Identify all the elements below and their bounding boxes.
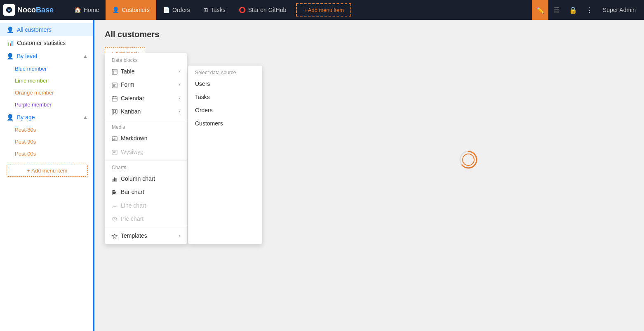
datasource-users[interactable]: Users	[188, 77, 262, 90]
dropdown-item-column-chart[interactable]: Column chart	[105, 172, 187, 185]
lock-icon[interactable]: 🔒	[565, 0, 581, 20]
nav-items: 🏠 Home 👤 Customers 📄 Orders ⊞ Tasks ⭕ St…	[68, 0, 532, 20]
kanban-arrow: ›	[179, 109, 180, 114]
calendar-arrow: ›	[179, 95, 180, 101]
wysiwyg-icon	[112, 148, 118, 155]
lime-member-label: Lime member	[15, 78, 47, 84]
app-logo[interactable]: NocoBase	[3, 4, 61, 16]
svg-line-30	[115, 219, 116, 220]
nav-customers[interactable]: 👤 Customers	[106, 0, 156, 20]
dropdown-item-kanban[interactable]: Kanban ›	[105, 105, 187, 118]
bar-chart-label: Bar chart	[121, 189, 144, 195]
templates-label: Templates	[121, 232, 147, 239]
svg-rect-1	[112, 69, 117, 74]
loading-circle	[458, 149, 479, 170]
sidebar-sub-lime-member[interactable]: Lime member	[0, 75, 94, 87]
logo-text: NocoBase	[17, 6, 54, 14]
nav-orders[interactable]: 📄 Orders	[156, 0, 197, 20]
datasource-users-label: Users	[195, 80, 210, 87]
by-age-left: 👤 By age	[7, 114, 35, 121]
sidebar-sub-orange-member[interactable]: Orange member	[0, 87, 94, 99]
by-age-toggle: ▲	[83, 114, 88, 120]
dropdown-item-markdown[interactable]: M↓ Markdown	[105, 132, 187, 145]
orange-member-label: Orange member	[15, 90, 54, 96]
form-icon	[112, 81, 118, 88]
form-left: Form	[112, 81, 134, 88]
nav-orders-label: Orders	[172, 7, 190, 13]
select-datasource-label: Select data source	[188, 67, 262, 77]
dropdown-container: Data blocks Table ›	[105, 53, 262, 244]
nav-github[interactable]: ⭕ Star on GitHub	[232, 0, 293, 20]
purple-member-label: Purple member	[15, 102, 52, 108]
wysiwyg-left: Wysiwyg	[112, 148, 143, 155]
markdown-icon: M↓	[112, 135, 118, 142]
table-left: Table	[112, 68, 134, 75]
table-label: Table	[121, 68, 134, 75]
sidebar-sub-blue-member[interactable]: Blue member	[0, 63, 94, 75]
templates-left: Templates	[112, 232, 147, 239]
column-chart-icon	[112, 175, 118, 182]
dropdown-item-table[interactable]: Table ›	[105, 65, 187, 78]
sidebar-sub-purple-member[interactable]: Purple member	[0, 99, 94, 111]
divider-3	[105, 227, 187, 227]
by-age-label: By age	[17, 114, 35, 121]
sidebar-sub-post80s[interactable]: Post-80s	[0, 124, 94, 136]
nav-tasks[interactable]: ⊞ Tasks	[197, 0, 232, 20]
home-icon: 🏠	[74, 7, 81, 13]
sidebar-add-btn-label: + Add menu item	[27, 168, 68, 174]
sidebar: 👤 All customers 📊 Customer statistics 👤 …	[0, 20, 95, 331]
by-level-left: 👤 By level	[7, 53, 37, 59]
svg-text:M↓: M↓	[113, 138, 116, 140]
user-label: Super Admin	[598, 7, 641, 13]
nav-add-menu-btn[interactable]: + Add menu item	[296, 3, 351, 17]
dropdown-item-wysiwyg: Wysiwyg	[105, 145, 187, 158]
table-icon	[112, 68, 118, 75]
stats-icon: 📊	[7, 40, 14, 46]
svg-rect-12	[112, 109, 113, 114]
dropdown-item-line-chart: Line chart	[105, 199, 187, 212]
sidebar-add-menu-btn[interactable]: + Add menu item	[7, 165, 88, 177]
datasource-orders[interactable]: Orders	[188, 104, 262, 117]
nav-customers-label: Customers	[122, 7, 150, 13]
svg-point-33	[463, 154, 474, 166]
datasource-tasks[interactable]: Tasks	[188, 90, 262, 104]
post00s-label: Post-00s	[15, 151, 36, 157]
markdown-left: M↓ Markdown	[112, 135, 148, 142]
more-icon[interactable]: ⋮	[581, 0, 598, 20]
calendar-left: Calendar	[112, 95, 144, 102]
bar-chart-left: Bar chart	[112, 189, 144, 195]
sidebar-sub-post90s[interactable]: Post-90s	[0, 136, 94, 148]
nav-home[interactable]: 🏠 Home	[68, 0, 106, 20]
column-chart-label: Column chart	[121, 175, 155, 182]
datasource-tasks-label: Tasks	[195, 94, 210, 100]
sidebar-section-by-level[interactable]: 👤 By level ▲	[0, 50, 94, 63]
markdown-label: Markdown	[121, 135, 148, 142]
nav-home-label: Home	[84, 7, 99, 13]
svg-rect-25	[113, 192, 116, 193]
sidebar-section-by-age[interactable]: 👤 By age ▲	[0, 111, 94, 124]
dropdown-item-templates[interactable]: Templates ›	[105, 229, 187, 242]
by-level-toggle: ▲	[83, 53, 88, 59]
by-level-label: By level	[17, 53, 37, 59]
post90s-label: Post-90s	[15, 139, 36, 145]
pencil-icon[interactable]: ✏️	[532, 0, 548, 20]
datasource-customers-label: Customers	[195, 120, 223, 127]
orders-icon: 📄	[163, 7, 170, 13]
dropdown-item-calendar[interactable]: Calendar ›	[105, 92, 187, 105]
layout: 👤 All customers 📊 Customer statistics 👤 …	[0, 20, 644, 331]
datasource-customers[interactable]: Customers	[188, 117, 262, 130]
svg-rect-14	[116, 109, 117, 113]
sidebar-item-customer-statistics[interactable]: 📊 Customer statistics	[0, 36, 94, 50]
dropdown-item-form[interactable]: Form ›	[105, 78, 187, 91]
calendar-icon	[112, 95, 118, 102]
customers-icon: 👤	[112, 7, 119, 13]
line-chart-icon	[112, 202, 118, 208]
form-arrow: ›	[179, 82, 180, 87]
main-content: All customers + Add block Data blocks	[95, 20, 644, 331]
menu-icon[interactable]: ☰	[548, 0, 565, 20]
dropdown-item-bar-chart[interactable]: Bar chart	[105, 185, 187, 199]
sidebar-item-all-customers[interactable]: 👤 All customers	[0, 23, 94, 36]
dropdown-menu-primary: Data blocks Table ›	[105, 53, 187, 244]
sidebar-sub-post00s[interactable]: Post-00s	[0, 148, 94, 160]
line-chart-left: Line chart	[112, 202, 146, 208]
